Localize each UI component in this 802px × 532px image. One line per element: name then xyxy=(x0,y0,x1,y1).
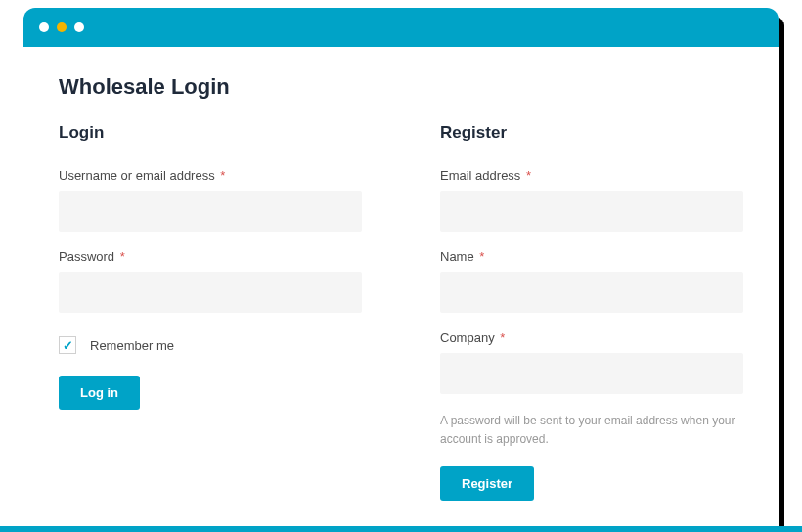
window-close-icon[interactable] xyxy=(39,22,49,32)
login-section-title: Login xyxy=(59,123,362,143)
register-button[interactable]: Register xyxy=(440,466,534,501)
window-maximize-icon[interactable] xyxy=(74,22,84,32)
check-icon: ✓ xyxy=(63,338,73,353)
company-label-text: Company xyxy=(440,331,495,345)
page-title: Wholesale Login xyxy=(59,74,743,100)
company-field-wrapper: Company * xyxy=(440,331,743,394)
password-input[interactable] xyxy=(59,272,362,313)
title-bar xyxy=(23,8,779,47)
required-mark: * xyxy=(220,168,225,183)
password-label: Password * xyxy=(59,249,362,264)
required-mark: * xyxy=(479,249,484,264)
register-column: Register Email address * Name * xyxy=(440,123,743,501)
name-label: Name * xyxy=(440,249,743,264)
remember-me-checkbox[interactable]: ✓ xyxy=(59,336,76,354)
name-label-text: Name xyxy=(440,249,474,264)
email-input[interactable] xyxy=(440,191,743,232)
page-content: Wholesale Login Login Username or email … xyxy=(23,47,779,501)
username-label-text: Username or email address xyxy=(59,168,215,183)
username-field-wrapper: Username or email address * xyxy=(59,168,362,232)
form-columns: Login Username or email address * Passwo… xyxy=(59,123,743,501)
register-section-title: Register xyxy=(440,123,743,143)
register-helper-text: A password will be sent to your email ad… xyxy=(440,412,743,449)
remember-me-row: ✓ Remember me xyxy=(59,336,362,354)
email-field-wrapper: Email address * xyxy=(440,168,743,232)
company-label: Company * xyxy=(440,331,743,345)
required-mark: * xyxy=(500,331,505,345)
password-label-text: Password xyxy=(59,249,114,264)
browser-window: Wholesale Login Login Username or email … xyxy=(23,8,779,532)
name-field-wrapper: Name * xyxy=(440,249,743,313)
username-input[interactable] xyxy=(59,191,362,232)
company-input[interactable] xyxy=(440,353,743,394)
email-label-text: Email address xyxy=(440,168,520,183)
password-field-wrapper: Password * xyxy=(59,249,362,313)
remember-me-label: Remember me xyxy=(90,338,174,353)
name-input[interactable] xyxy=(440,272,743,313)
login-button[interactable]: Log in xyxy=(59,376,140,410)
username-label: Username or email address * xyxy=(59,168,362,183)
required-mark: * xyxy=(526,168,531,183)
email-label: Email address * xyxy=(440,168,743,183)
window-minimize-icon[interactable] xyxy=(57,22,67,32)
required-mark: * xyxy=(120,249,125,264)
bottom-accent-bar xyxy=(0,526,802,532)
login-column: Login Username or email address * Passwo… xyxy=(59,123,362,501)
